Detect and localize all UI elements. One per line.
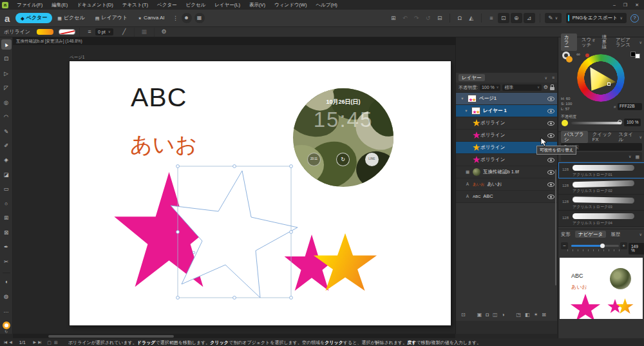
picture-frame-tool[interactable]: ⊠ [1, 227, 12, 238]
stroke-swatch[interactable] [59, 29, 75, 35]
zoom-slider-thumb[interactable] [600, 244, 605, 248]
opacity-slider[interactable] [571, 122, 621, 124]
window-restore-icon[interactable]: ❐ [623, 3, 627, 7]
pressure-icon[interactable]: ╱ [118, 27, 130, 37]
visibility-eye-icon[interactable] [547, 182, 554, 187]
zoom-in-button[interactable]: + [620, 242, 627, 249]
delete-layer-icon[interactable]: ⊠ [542, 312, 546, 318]
help-button[interactable]: ? [630, 14, 639, 23]
tab-navigator[interactable]: ナビゲータ [575, 231, 606, 238]
blend-options-gear-icon[interactable]: ⚙ [544, 85, 548, 90]
visibility-eye-icon[interactable] [547, 121, 554, 126]
menu-text[interactable]: テキスト(T) [118, 0, 153, 10]
stroke-style-icon[interactable]: ≡ [84, 27, 95, 37]
layers-opacity-select[interactable]: 100 %∨ [480, 84, 501, 91]
redo-icon[interactable]: ↷ [411, 13, 422, 23]
menu-edit[interactable]: 編集(E) [47, 0, 72, 10]
layer-row-page1[interactable]: ▾ ページ1 [456, 93, 557, 105]
zoom-out-button[interactable]: − [561, 242, 568, 249]
menu-window[interactable]: ウィンドウ(W) [270, 0, 311, 10]
tab-appearance[interactable]: アピアランス [616, 37, 635, 47]
persona-vector[interactable]: ◆ ベクター [15, 13, 52, 23]
next-page-button[interactable]: ▶ [33, 340, 36, 344]
fill-swatch[interactable] [37, 29, 53, 35]
visibility-eye-icon[interactable] [547, 97, 554, 101]
panel-collapse-icon[interactable]: ∨ [545, 76, 547, 80]
white-swatch[interactable] [635, 53, 640, 59]
tab-path-brushes[interactable]: パスブラシ [561, 131, 588, 143]
link-colors-icon[interactable]: ∞ [576, 52, 580, 57]
layer-effects-icon[interactable]: ◑ [502, 312, 505, 318]
zoom-tool[interactable]: ◍ [1, 291, 12, 302]
fill-stroke-color-selector[interactable] [3, 322, 10, 329]
window-minimize-icon[interactable]: – [613, 3, 616, 7]
undo-icon[interactable]: ↶ [399, 13, 411, 23]
current-color-swatch[interactable] [562, 120, 568, 126]
brush-item-4[interactable]: 128 アクリルストローク04 [558, 211, 644, 227]
tab-styles[interactable]: スタイル [618, 132, 634, 142]
point-transform-tool[interactable]: ⊡ [1, 53, 12, 64]
transparency-tool[interactable]: ◪ [1, 169, 12, 180]
opacity-value[interactable]: 100 % [624, 119, 641, 126]
fill-color-well[interactable] [566, 56, 573, 62]
tab-quick-fx[interactable]: クイックFX [592, 132, 614, 142]
more-tools-button[interactable]: … [1, 305, 12, 316]
menu-help[interactable]: ヘルプ(H) [311, 0, 341, 10]
marquee-select-tool[interactable]: ◸ [1, 82, 12, 93]
brush-search-input[interactable] [570, 145, 634, 149]
move-tool[interactable]: ▲ [1, 39, 12, 50]
stroke-options-icon[interactable]: ▦ [138, 27, 150, 37]
edit-all-layers-icon[interactable]: ⊡ [461, 312, 466, 318]
mask-layer-icon[interactable]: ◘ [486, 312, 489, 318]
window-close-icon[interactable]: ✕ [635, 3, 639, 7]
menu-document[interactable]: ドキュメント(D) [72, 0, 117, 10]
layer-row-polyline-1[interactable]: ◠ ポリライン [456, 117, 557, 130]
visibility-eye-icon[interactable] [547, 133, 554, 138]
panel-collapse-icon[interactable]: ∨ [639, 135, 642, 139]
layer-row-polyline-4[interactable]: ◠ ポリライン [456, 154, 557, 166]
canvas-area[interactable]: ページ1 ABC あいお 10月26日(日) 15:45 20:11 ↻ LIN… [13, 45, 455, 334]
menu-file[interactable]: ファイル(F) [12, 0, 47, 10]
zoom-percentage[interactable]: 149 % [629, 243, 644, 255]
blend-mode-select[interactable]: 標準∨ [502, 84, 541, 91]
history-icon[interactable]: ↺ [422, 13, 434, 23]
brush-item-2[interactable]: 128 アクリルストローク02 [558, 178, 644, 195]
alignment-icon[interactable]: ≡ [486, 13, 497, 23]
persona-pixel[interactable]: ▦ ピクセル [52, 13, 90, 23]
lock-icon[interactable] [550, 87, 554, 90]
scale-mode-icon[interactable]: ⊿ [524, 13, 535, 23]
tab-stroke[interactable]: 境界線 [601, 35, 611, 50]
panel-collapse-icon[interactable]: ∨ [639, 233, 642, 236]
visibility-eye-icon[interactable] [547, 109, 554, 113]
menu-layer[interactable]: レイヤー(L) [210, 0, 245, 10]
ellipse-tool[interactable]: ○ [1, 198, 12, 209]
menu-pixel[interactable]: ピクセル [182, 0, 211, 10]
horizontal-scrollbar-thumb[interactable] [48, 335, 174, 338]
knife-tool[interactable]: ✂ [1, 256, 12, 267]
contour-tool[interactable]: ◎ [1, 97, 12, 108]
canvas-text-aio[interactable]: あいお [130, 133, 197, 155]
big-pink-star-shape[interactable] [112, 172, 226, 298]
layers-scrollbar[interactable] [555, 169, 556, 285]
transform-mode-icon[interactable]: ⊡ [498, 13, 509, 23]
document-tab[interactable]: 互換性確認b.ai [変更済み] (148.8%) [16, 39, 82, 44]
new-group-icon[interactable]: ◧ [525, 312, 530, 318]
prev-page-button[interactable]: ◀ [9, 340, 12, 344]
snapping-icon[interactable]: Ω [454, 13, 466, 23]
share-account-icon[interactable]: ☻ [182, 13, 192, 23]
menu-vector[interactable]: ベクター [153, 0, 182, 10]
insert-inside-icon[interactable]: ◳ [516, 312, 522, 318]
brush-item-3[interactable]: 128 アクリルストローク03 [558, 195, 644, 211]
paste-style-icon[interactable]: ⊟ [434, 13, 446, 23]
brush-grid-view-icon[interactable]: ▦ [635, 155, 639, 159]
mesh-warp-tool[interactable]: ⊞ [1, 213, 12, 224]
adjustment-layer-icon[interactable]: ◫ [493, 312, 498, 318]
panel-menu-icon[interactable]: ≡ [552, 75, 554, 80]
document-page[interactable]: ABC あいお 10月26日(日) 15:45 20:11 ↻ LINE [70, 61, 451, 325]
panel-collapse-icon[interactable]: ∨ [639, 41, 642, 44]
brush-item-1[interactable]: 128 アクリルストローク01 [558, 162, 644, 178]
image-layer-icon[interactable]: ▣ [477, 312, 482, 318]
opacity-slider-thumb[interactable] [618, 120, 622, 124]
hex-input[interactable]: FFF22B [618, 103, 642, 110]
node-tool[interactable]: ▷ [1, 68, 12, 79]
